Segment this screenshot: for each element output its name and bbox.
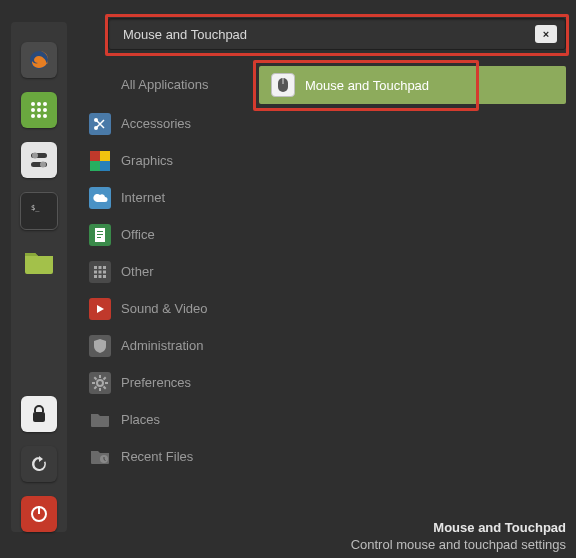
folder-icon (23, 249, 55, 275)
scissors-icon (89, 113, 111, 135)
search-clear-button[interactable]: × (535, 25, 557, 43)
app-results: Mouse and Touchpad (249, 66, 566, 475)
category-accessories[interactable]: Accessories (85, 105, 249, 142)
category-label: Internet (121, 190, 165, 205)
launcher-files[interactable] (21, 244, 57, 280)
category-label: All Applications (121, 77, 208, 92)
lock-icon (31, 405, 47, 423)
menu-main: × All Applications Accessories Graphics … (85, 14, 566, 548)
svg-rect-28 (94, 266, 97, 269)
svg-rect-35 (99, 275, 102, 278)
svg-point-7 (31, 114, 35, 118)
category-preferences[interactable]: Preferences (85, 364, 249, 401)
svg-point-4 (31, 108, 35, 112)
terminal-icon: $_ (28, 202, 50, 220)
category-label: Accessories (121, 116, 191, 131)
svg-rect-29 (99, 266, 102, 269)
toggles-icon (28, 149, 50, 171)
category-label: Sound & Video (121, 301, 208, 316)
category-label: Recent Files (121, 449, 193, 464)
svg-rect-36 (103, 275, 106, 278)
launcher-panel: $_ (11, 22, 67, 532)
launcher-apps-grid[interactable] (21, 92, 57, 128)
category-label: Graphics (121, 153, 173, 168)
svg-point-18 (94, 126, 98, 130)
svg-rect-30 (103, 266, 106, 269)
category-internet[interactable]: Internet (85, 179, 249, 216)
svg-point-6 (43, 108, 47, 112)
svg-rect-27 (97, 237, 101, 238)
app-result-label: Mouse and Touchpad (305, 78, 429, 93)
svg-rect-20 (90, 151, 100, 161)
tooltip-title: Mouse and Touchpad (351, 520, 566, 535)
svg-point-13 (40, 162, 46, 168)
shield-icon (89, 335, 111, 357)
svg-line-42 (94, 377, 96, 379)
svg-line-44 (94, 386, 96, 388)
svg-rect-21 (100, 151, 110, 161)
category-label: Administration (121, 338, 203, 353)
svg-point-1 (31, 102, 35, 106)
clock-folder-icon (89, 446, 111, 468)
mouse-icon (271, 73, 295, 97)
search-input[interactable] (109, 27, 535, 42)
grid-small-icon (89, 261, 111, 283)
svg-rect-34 (94, 275, 97, 278)
svg-rect-31 (94, 270, 97, 273)
folder-icon (89, 409, 111, 431)
category-recent-files[interactable]: Recent Files (85, 438, 249, 475)
svg-point-3 (43, 102, 47, 106)
category-graphics[interactable]: Graphics (85, 142, 249, 179)
doc-icon (89, 224, 111, 246)
svg-line-43 (104, 386, 106, 388)
category-administration[interactable]: Administration (85, 327, 249, 364)
svg-point-37 (97, 380, 103, 386)
launcher-power[interactable] (21, 496, 57, 532)
launcher-terminal[interactable]: $_ (20, 192, 58, 230)
clear-icon: × (543, 28, 549, 40)
category-sound-video[interactable]: Sound & Video (85, 290, 249, 327)
power-icon (30, 505, 48, 523)
category-label: Preferences (121, 375, 191, 390)
svg-rect-23 (100, 161, 110, 171)
svg-point-8 (37, 114, 41, 118)
launcher-settings[interactable] (21, 142, 57, 178)
category-office[interactable]: Office (85, 216, 249, 253)
svg-rect-15 (33, 412, 45, 422)
svg-point-2 (37, 102, 41, 106)
svg-text:$_: $_ (31, 204, 40, 212)
launcher-refresh[interactable] (21, 446, 57, 482)
svg-rect-22 (90, 161, 100, 171)
category-label: Places (121, 412, 160, 427)
search-row: × (85, 14, 566, 52)
svg-point-9 (43, 114, 47, 118)
svg-rect-33 (103, 270, 106, 273)
gear-icon (89, 372, 111, 394)
svg-rect-26 (97, 234, 103, 235)
svg-rect-25 (97, 231, 103, 232)
refresh-icon (29, 454, 49, 474)
category-label: Other (121, 264, 154, 279)
grid-icon (29, 100, 49, 120)
swatch-icon (89, 150, 111, 172)
play-icon (89, 298, 111, 320)
category-label: Office (121, 227, 155, 242)
cloud-icon (89, 187, 111, 209)
category-places[interactable]: Places (85, 401, 249, 438)
svg-point-5 (37, 108, 41, 112)
launcher-firefox[interactable] (21, 42, 57, 78)
app-tooltip: Mouse and Touchpad Control mouse and tou… (351, 520, 566, 552)
svg-rect-32 (99, 270, 102, 273)
svg-line-45 (104, 377, 106, 379)
category-all-applications[interactable]: All Applications (85, 66, 249, 103)
search-field-wrap: × (108, 18, 566, 50)
category-other[interactable]: Other (85, 253, 249, 290)
svg-point-19 (94, 118, 98, 122)
svg-point-11 (32, 153, 38, 159)
app-result-mouse-touchpad[interactable]: Mouse and Touchpad (259, 66, 566, 104)
tooltip-subtitle: Control mouse and touchpad settings (351, 537, 566, 552)
category-list: All Applications Accessories Graphics In… (85, 66, 249, 475)
launcher-lock[interactable] (21, 396, 57, 432)
firefox-icon (27, 48, 51, 72)
svg-rect-17 (38, 506, 40, 514)
